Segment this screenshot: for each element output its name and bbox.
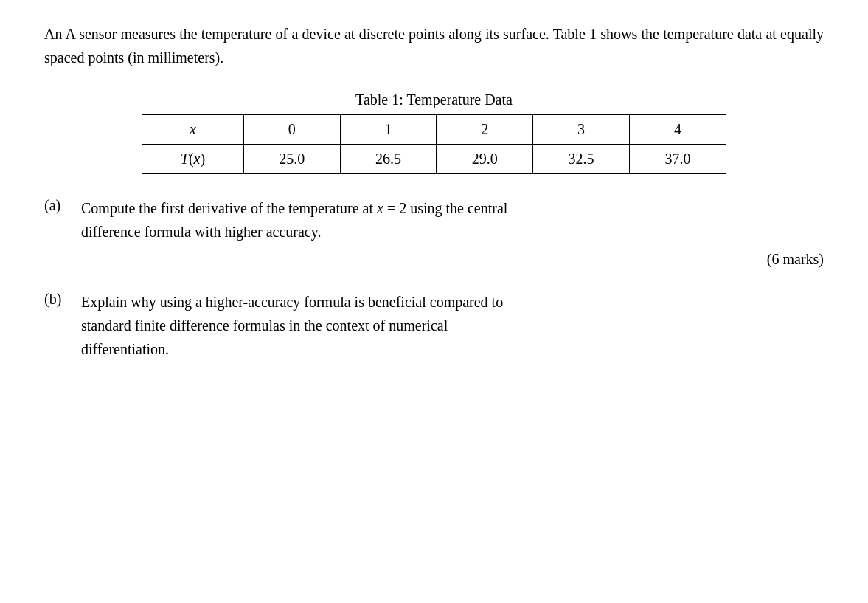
part-b-label: (b) bbox=[44, 290, 81, 308]
header-1: 1 bbox=[340, 115, 437, 145]
row-label-tx: T(x) bbox=[142, 145, 244, 174]
intro-paragraph: An A sensor measures the temperature of … bbox=[44, 22, 824, 69]
header-x: x bbox=[142, 115, 244, 145]
table-section: Table 1: Temperature Data x 0 1 2 3 4 T(… bbox=[44, 92, 824, 174]
part-a-section: (a) Compute the first derivative of the … bbox=[44, 196, 824, 268]
part-b-section: (b) Explain why using a higher-accuracy … bbox=[44, 290, 824, 361]
table-header-row: x 0 1 2 3 4 bbox=[142, 115, 726, 145]
part-a-row: (a) Compute the first derivative of the … bbox=[44, 196, 824, 244]
part-b-row: (b) Explain why using a higher-accuracy … bbox=[44, 290, 824, 361]
part-a-marks: (6 marks) bbox=[44, 251, 824, 268]
val-3: 32.5 bbox=[533, 145, 630, 174]
table-data-row: T(x) 25.0 26.5 29.0 32.5 37.0 bbox=[142, 145, 726, 174]
header-4: 4 bbox=[630, 115, 726, 145]
part-a-label: (a) bbox=[44, 196, 81, 214]
header-0: 0 bbox=[243, 115, 340, 145]
val-0: 25.0 bbox=[243, 145, 340, 174]
table-caption: Table 1: Temperature Data bbox=[355, 92, 513, 108]
header-3: 3 bbox=[533, 115, 630, 145]
part-b-content: Explain why using a higher-accuracy form… bbox=[81, 290, 824, 361]
data-table: x 0 1 2 3 4 T(x) 25.0 26.5 29.0 32.5 37.… bbox=[142, 114, 726, 174]
header-2: 2 bbox=[437, 115, 533, 145]
val-1: 26.5 bbox=[340, 145, 437, 174]
val-2: 29.0 bbox=[437, 145, 533, 174]
part-a-content: Compute the first derivative of the temp… bbox=[81, 196, 824, 244]
val-4: 37.0 bbox=[630, 145, 726, 174]
